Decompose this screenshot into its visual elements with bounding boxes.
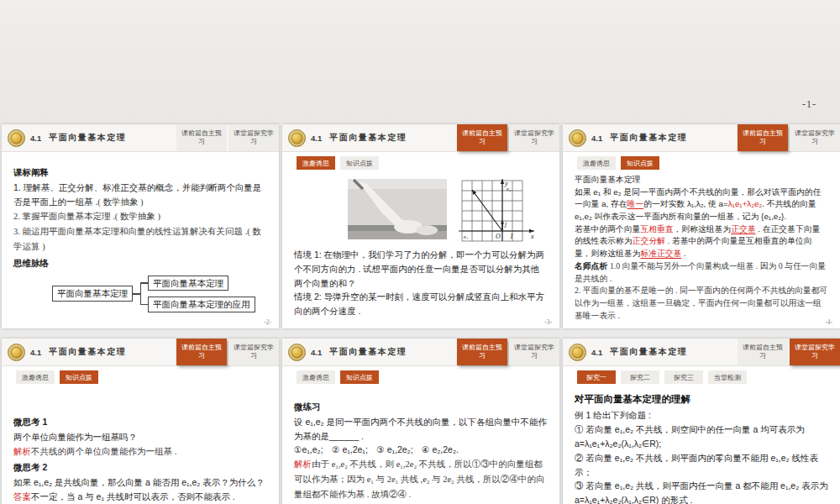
- slide-header-buttons: 课前篇自主预习课堂篇探究学习: [736, 339, 840, 365]
- text-segment: 两个单位向量能作为一组基吗？: [13, 432, 137, 442]
- tab-1[interactable]: 激趣诱思: [297, 370, 335, 384]
- slide-header: 4.1平面向量基本定理课前篇自主预习课堂篇探究学习: [2, 339, 279, 366]
- content-title: 对平面向量基本定理的理解: [575, 391, 828, 407]
- slide-header: 4.1平面向量基本定理课前篇自主预习课堂篇探究学习: [2, 124, 279, 152]
- paragraph: 情境 2: 导弹升空的某一时刻，速度可以分解成竖直向上和水平方向的两个分速度 .: [294, 290, 548, 318]
- paragraph: ①e₁,e₂; ② e₁,2e₁; ③ e₁,2e₂; ④ e₂,2e₂.: [294, 443, 548, 457]
- tab-2[interactable]: 知识点拨: [621, 156, 659, 170]
- text-segment: 情境 1: 在物理中，我们学习了力的分解，即一个力可以分解为两个不同方向的力 .…: [294, 249, 544, 288]
- btn-pre-class-study[interactable]: 课前篇自主预习: [457, 124, 507, 151]
- text-segment: .: [681, 249, 685, 258]
- slide-content: 课标阐释1. 理解基、正交分解、标准正交基的概念，并能判断两个向量是否是平面上的…: [2, 152, 279, 312]
- btn-pre-class-study[interactable]: 课前篇自主预习: [176, 339, 227, 365]
- tab-1[interactable]: 探究一: [577, 370, 616, 384]
- vector-grid-figure: yxO1je₁e₂: [459, 179, 539, 243]
- slide-thumbnail[interactable]: 4.1平面向量基本定理课前篇自主预习课堂篇探究学习激趣诱思知识点拨微思考 1两个…: [2, 339, 279, 504]
- btn-in-class-explore[interactable]: 课堂篇探究学习: [509, 124, 559, 151]
- content-heading: 课标阐释: [13, 165, 267, 180]
- tab-2[interactable]: 知识点拨: [340, 370, 379, 384]
- paragraph: 2. 掌握平面向量基本定理 .( 数学抽象 ): [13, 209, 267, 224]
- text-segment: ，则称这组基为: [674, 224, 732, 234]
- paragraph: 情境 1: 在物理中，我们学习了力的分解，即一个力可以分解为两个不同方向的力 .…: [294, 248, 548, 290]
- text-segment: 正交基: [731, 224, 755, 234]
- btn-in-class-explore[interactable]: 课堂篇探究学习: [228, 124, 279, 151]
- text-segment: 的一对实数 λ₁,λ₂, 使 a=: [643, 199, 727, 208]
- text-segment: 唯一: [627, 199, 644, 208]
- slide-thumbnail[interactable]: 4.1平面向量基本定理课前篇自主预习课堂篇探究学习探究一探究二探究三当堂检测对平…: [563, 339, 840, 504]
- slide-content: 微思考 1两个单位向量能作为一组基吗？解析不共线的两个单位向量能作为一组基 .微…: [2, 384, 279, 504]
- tab-2[interactable]: 知识点拨: [60, 370, 98, 384]
- gold-coin-badge-icon: [569, 344, 586, 361]
- gold-coin-badge-icon: [288, 344, 306, 361]
- slide-header-buttons: 课前篇自主预习课堂篇探究学习: [175, 124, 279, 151]
- text-segment: 3. 能运用平面向量基本定理和向量的线性运算解决有关问题 .( 数学运算 ): [13, 227, 261, 251]
- figure-row: yxO1je₁e₂: [348, 179, 548, 243]
- svg-text:1: 1: [510, 233, 513, 240]
- paragraph: ② 若向量 e₁,e₂ 不共线，则平面内的零向量不能用 e₁,e₂ 线性表示；: [575, 451, 828, 480]
- paragraph: 平面向量基本定理: [575, 174, 828, 186]
- slide-title: 平面向量基本定理: [610, 346, 687, 358]
- slide-content: 平面向量基本定理如果 e₁ 和 e₂ 是同一平面内两个不共线的向量，那么对该平面…: [563, 170, 840, 322]
- tab-bar: 激趣诱思知识点拨: [297, 370, 559, 384]
- slide-thumbnail[interactable]: 4.1平面向量基本定理课前篇自主预习课堂篇探究学习课标阐释1. 理解基、正交分解…: [2, 124, 279, 328]
- text-segment: 平面向量基本定理: [575, 175, 640, 184]
- tab-bar: 激趣诱思知识点拨: [297, 156, 559, 170]
- paragraph: 3. 能运用平面向量基本定理和向量的线性运算解决有关问题 .( 数学运算 ): [13, 224, 267, 255]
- vector-grid-figure: yxO1je₁e₂: [459, 179, 539, 243]
- tab-1[interactable]: 激趣诱思: [577, 156, 616, 170]
- btn-in-class-explore[interactable]: 课堂篇探究学习: [509, 339, 559, 365]
- content-heading: 微思考 2: [13, 460, 267, 475]
- slide-title: 平面向量基本定理: [329, 346, 407, 358]
- btn-in-class-explore[interactable]: 课堂篇探究学习: [790, 339, 840, 365]
- gold-coin-badge-icon: [569, 129, 586, 147]
- text-segment: 1.0 向量不能与另外一个向量构成一组基 . 因为 0 与任一向量是共线的 .: [575, 261, 826, 283]
- paragraph: 若基中的两个向量互相垂直，则称这组基为正交基 . 在正交基下向量的线性表示称为正…: [575, 223, 828, 260]
- tab-2[interactable]: 探究二: [621, 370, 659, 384]
- paragraph: 两个单位向量能作为一组基吗？: [13, 430, 267, 444]
- slide-content: 对平面向量基本定理的理解例 1 给出下列命题 :① 若向量 e₁,e₂ 不共线，…: [563, 384, 840, 504]
- btn-in-class-explore[interactable]: 课堂篇探究学习: [790, 124, 840, 151]
- missile-photo: [348, 179, 447, 239]
- tab-bar: 激趣诱思知识点拨: [577, 156, 840, 170]
- flow-child-row: 平面向量基本定理: [140, 276, 255, 291]
- tab-bar: 探究一探究二探究三当堂检测: [577, 370, 840, 384]
- text-segment: 设 e₁,e₂ 是同一平面内两个不共线的向量，以下各组向量中不能作为基的是___…: [294, 417, 547, 441]
- page-canvas: -1- 4.1平面向量基本定理课前篇自主预习课堂篇探究学习课标阐释1. 理解基、…: [0, 0, 840, 504]
- svg-text:j: j: [504, 220, 507, 228]
- paragraph: 名师点析 1.0 向量不能与另外一个向量构成一组基 . 因为 0 与任一向量是共…: [575, 260, 828, 285]
- svg-text:e₂: e₂: [507, 186, 512, 192]
- paragraph: 如果 e₁,e₂ 是共线向量，那么向量 a 能否用 e₁,e₂ 表示？为什么？: [13, 475, 267, 490]
- text-segment: 若基中的两个向量: [575, 224, 640, 234]
- slide-thumbnail[interactable]: 4.1平面向量基本定理课前篇自主预习课堂篇探究学习激趣诱思知识点拨微练习设 e₁…: [282, 339, 559, 504]
- slide-page-number: -4-: [825, 318, 832, 326]
- paragraph: 答案不一定，当 a 与 e₁ 共线时可以表示，否则不能表示 .: [13, 490, 267, 504]
- text-segment: 正交分解: [633, 236, 665, 245]
- tab-3[interactable]: 探究三: [664, 370, 703, 384]
- tab-1[interactable]: 激趣诱思: [297, 156, 335, 170]
- content-heading: 微练习: [294, 400, 548, 414]
- slide-title: 平面向量基本定理: [610, 132, 687, 144]
- tab-1[interactable]: 激趣诱思: [16, 370, 55, 384]
- tab-2[interactable]: 知识点拨: [340, 156, 379, 170]
- btn-pre-class-study[interactable]: 课前篇自主预习: [176, 124, 227, 151]
- paragraph: ① 若向量 e₁,e₂ 不共线，则空间中的任一向量 a 均可表示为 a=λ₁e₁…: [575, 423, 828, 451]
- slide-thumbnail[interactable]: 4.1平面向量基本定理课前篇自主预习课堂篇探究学习激趣诱思知识点拨yxO1je₁…: [282, 124, 559, 328]
- paragraph: ③ 若向量 e₁,e₂ 共线，则平面内任一向量 a 都不能用 e₁,e₂ 表示为…: [575, 479, 828, 504]
- gold-coin-badge-icon: [288, 129, 306, 147]
- slide-page-number: -2-: [264, 318, 271, 326]
- slide-thumbnail[interactable]: 4.1平面向量基本定理课前篇自主预习课堂篇探究学习激趣诱思知识点拨平面向量基本定…: [563, 124, 840, 328]
- spacer: [294, 391, 548, 398]
- btn-pre-class-study[interactable]: 课前篇自主预习: [738, 339, 788, 365]
- text-segment: 不共线的两个单位向量能作为一组基 .: [31, 447, 176, 456]
- text-segment: λ₁e₁+λ₂e₂: [728, 199, 763, 208]
- flow-child-box: 平面向量基本定理: [148, 276, 228, 291]
- tab-4[interactable]: 当堂检测: [708, 370, 747, 384]
- slide-page-number: -3-: [544, 318, 552, 326]
- btn-in-class-explore[interactable]: 课堂篇探究学习: [228, 339, 279, 365]
- btn-pre-class-study[interactable]: 课前篇自主预习: [457, 339, 507, 365]
- top-blank-band: -1-: [0, 0, 840, 124]
- btn-pre-class-study[interactable]: 课前篇自主预习: [738, 124, 788, 151]
- flow-children: 平面向量基本定理平面向量基本定理的应用: [140, 276, 255, 313]
- slide-header-buttons: 课前篇自主预习课堂篇探究学习: [175, 339, 279, 365]
- slide-title-number: 4.1: [311, 134, 322, 143]
